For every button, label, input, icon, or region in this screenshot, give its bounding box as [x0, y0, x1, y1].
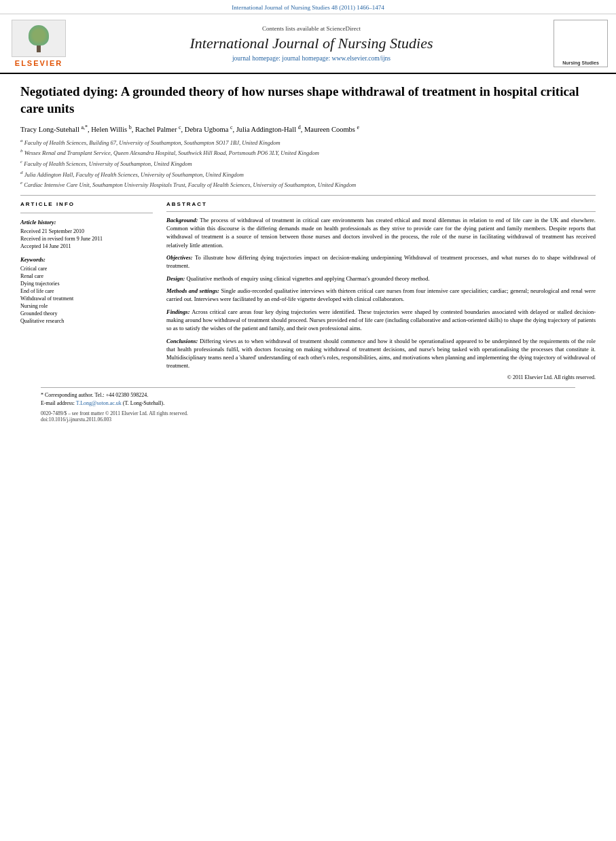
abstract-column: ABSTRACT Background: The process of with…: [166, 201, 596, 380]
methods-label: Methods and settings:: [166, 287, 219, 294]
article-info-abstract: ARTICLE INFO Article history: Received 2…: [20, 201, 596, 380]
affiliation-d: d Julia Addington Hall, Faculty of Healt…: [20, 169, 596, 179]
keyword-3: Dying trajectories: [20, 281, 153, 287]
keyword-6: Nursing role: [20, 303, 153, 309]
abstract-design: Design: Qualitative methods of enquiry u…: [166, 274, 596, 283]
tree-trunk-icon: [37, 46, 41, 52]
elsevier-brand: ELSEVIER: [15, 59, 62, 67]
keywords-section: Keywords: Critical care Renal care Dying…: [20, 256, 153, 324]
article-info-label: ARTICLE INFO: [20, 201, 153, 207]
revised-date: Received in revised form 9 June 2011: [20, 236, 153, 242]
findings-label: Findings:: [166, 308, 190, 315]
affiliation-e: e Cardiac Intensive Care Unit, Southampt…: [20, 179, 596, 190]
article-title: Negotiated dying: A grounded theory of h…: [20, 84, 596, 117]
journal-header: ELSEVIER Contents lists available at Sci…: [0, 14, 616, 74]
methods-text: Single audio-recorded qualitative interv…: [166, 287, 596, 302]
keyword-5: Withdrawal of treatment: [20, 296, 153, 302]
footer-area: * Corresponding author. Tel.: +44 02380 …: [41, 387, 575, 427]
affiliation-a: a Faculty of Health Sciences, Building 6…: [20, 137, 596, 147]
journal-center: Contents lists available at ScienceDirec…: [76, 25, 547, 62]
homepage-label: journal homepage:: [232, 55, 282, 62]
article-content: Negotiated dying: A grounded theory of h…: [0, 74, 616, 433]
contents-available-line: Contents lists available at ScienceDirec…: [76, 25, 547, 32]
affiliations: a Faculty of Health Sciences, Building 6…: [20, 137, 596, 190]
abstract-conclusions: Conclusions: Differing views as to when …: [166, 337, 596, 370]
article-authors: Tracy Long-Sutehall a,*, Helen Willis b,…: [20, 124, 596, 133]
journal-title: International Journal of Nursing Studies: [76, 35, 547, 52]
keyword-8: Qualitative research: [20, 318, 153, 324]
journal-cover-image: Nursing Studies: [554, 20, 608, 67]
homepage-url[interactable]: journal homepage: www.elsevier.com/ijns: [282, 55, 391, 62]
conclusions-text: Differing views as to when withdrawal of…: [166, 338, 596, 370]
abstract-methods: Methods and settings: Single audio-recor…: [166, 287, 596, 304]
keyword-4: End of life care: [20, 288, 153, 294]
objectives-label: Objectives:: [166, 254, 193, 261]
abstract-background: Background: The process of withdrawal of…: [166, 216, 596, 249]
abstract-objectives: Objectives: To illustrate how differing …: [166, 253, 596, 270]
journal-cover-badge: Nursing Studies: [554, 59, 607, 67]
keyword-2: Renal care: [20, 273, 153, 279]
abstract-divider: [166, 211, 596, 212]
divider-article-info: [20, 213, 153, 213]
divider-affiliations: [20, 195, 596, 196]
email-person: (T. Long-Sutehall).: [123, 400, 164, 406]
email-address[interactable]: T.Long@soton.ac.uk: [76, 400, 122, 406]
email-line: E-mail address: T.Long@soton.ac.uk (T. L…: [41, 400, 575, 406]
conclusions-label: Conclusions:: [166, 338, 198, 344]
abstract-findings: Findings: Across critical care areas fou…: [166, 308, 596, 333]
background-label: Background:: [166, 217, 198, 223]
corresponding-author: * Corresponding author. Tel.: +44 02380 …: [41, 392, 575, 398]
findings-text: Across critical care areas four key dyin…: [166, 308, 596, 332]
abstract-label: ABSTRACT: [166, 201, 596, 207]
license-text: 0020-7489/$ – see front matter © 2011 El…: [41, 410, 575, 416]
tree-icon: [29, 25, 49, 52]
design-text: Qualitative methods of enquiry using cli…: [185, 275, 429, 282]
journal-citation: International Journal of Nursing Studies…: [232, 4, 384, 11]
keyword-1: Critical care: [20, 266, 153, 272]
design-label: Design:: [166, 275, 185, 282]
copyright-line: © 2011 Elsevier Ltd. All rights reserved…: [166, 374, 596, 380]
authors-text: Tracy Long-Sutehall a,*, Helen Willis b,…: [20, 126, 359, 133]
page: International Journal of Nursing Studies…: [0, 0, 616, 841]
background-text: The process of withdrawal of treatment i…: [166, 217, 596, 249]
keyword-7: Grounded theory: [20, 310, 153, 317]
article-info-column: ARTICLE INFO Article history: Received 2…: [20, 201, 153, 380]
affiliation-c: c Faculty of Health Sciences, University…: [20, 158, 596, 168]
journal-homepage: journal homepage: journal homepage: www.…: [76, 55, 547, 62]
history-label: Article history:: [20, 219, 153, 226]
journal-citation-bar: International Journal of Nursing Studies…: [0, 0, 616, 14]
objectives-text: To illustrate how differing dying trajec…: [166, 254, 596, 269]
keywords-label: Keywords:: [20, 256, 153, 263]
doi-text: doi:10.1016/j.ijnurstu.2011.06.003: [41, 416, 575, 423]
accepted-date: Accepted 14 June 2011: [20, 243, 153, 249]
affiliation-b: b Wessex Renal and Transplant Service, Q…: [20, 147, 596, 158]
elsevier-logo: ELSEVIER: [8, 20, 69, 67]
email-label: E-mail address:: [41, 400, 75, 406]
elsevier-logo-image: [12, 20, 66, 57]
tree-top-icon: [29, 25, 49, 46]
received-date: Received 21 September 2010: [20, 228, 153, 234]
